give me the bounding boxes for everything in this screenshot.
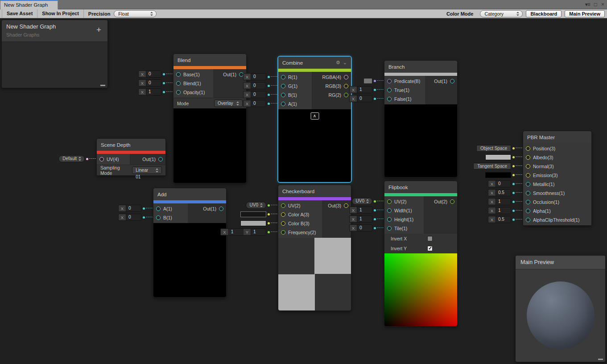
input-port[interactable] <box>526 218 530 222</box>
input-vector1-field[interactable]: X0.5 <box>488 189 511 196</box>
save-asset-button[interactable]: Save Asset <box>2 9 37 18</box>
collapse-preview-button[interactable]: ∧ <box>310 112 319 120</box>
value-field[interactable]: 0 <box>251 100 266 107</box>
port-input-widget[interactable]: X0 <box>243 100 266 107</box>
precision-dropdown[interactable]: Float <box>114 10 157 17</box>
control-dropdown[interactable]: Overlay <box>214 99 243 107</box>
value-field[interactable]: 0 <box>146 71 161 77</box>
input-vector1-field[interactable]: X0 <box>243 82 266 89</box>
blackboard-toggle-button[interactable]: Blackboard <box>526 10 562 17</box>
port-input-widget[interactable] <box>363 77 372 84</box>
maximize-icon[interactable]: □ <box>594 1 597 8</box>
blackboard-panel[interactable]: New Shader Graph Shader Graphs + <box>1 20 108 88</box>
port-input-widget[interactable]: X0.5 <box>488 216 511 223</box>
value-field[interactable]: 1 <box>357 207 372 213</box>
input-vector2-field[interactable]: X1Y1 <box>220 228 266 236</box>
predicate-checkbox[interactable] <box>363 78 372 84</box>
value-field[interactable]: 0 <box>126 205 141 211</box>
value-field[interactable]: 0.5 <box>496 190 511 196</box>
port-input-widget[interactable]: X1 <box>488 198 511 205</box>
color-swatch[interactable] <box>240 211 266 217</box>
port-input-widget[interactable] <box>240 219 266 227</box>
main-preview-resize-handle[interactable] <box>598 359 603 360</box>
value-field[interactable]: 0 <box>357 225 372 231</box>
port-input-widget[interactable] <box>485 153 511 161</box>
port-input-widget[interactable]: X1 <box>138 88 161 95</box>
input-port[interactable] <box>176 90 181 95</box>
input-port[interactable] <box>526 209 530 213</box>
port-input-widget[interactable]: X1 <box>349 215 372 223</box>
value-field[interactable]: 1 <box>251 229 266 235</box>
port-input-widget[interactable]: X0 <box>243 73 266 80</box>
value-field[interactable]: 1 <box>496 207 511 214</box>
space-selector[interactable]: Tangent Space <box>473 163 511 170</box>
input-port[interactable] <box>526 146 530 151</box>
input-vector1-field[interactable]: X0 <box>349 95 372 102</box>
port-input-widget[interactable]: Default <box>58 155 85 162</box>
node-blend[interactable]: BlendBase(1)Blend(1)Opacity(1)Out(1)Mode… <box>173 54 247 183</box>
value-field[interactable]: 0.5 <box>496 216 511 223</box>
input-vector1-field[interactable]: X0 <box>138 79 161 87</box>
input-port[interactable] <box>526 191 530 195</box>
input-port[interactable] <box>387 88 392 92</box>
output-port[interactable] <box>344 93 348 97</box>
port-input-widget[interactable]: X0 <box>118 205 141 212</box>
port-input-widget[interactable]: X0 <box>138 70 161 78</box>
input-vector1-field[interactable]: X0 <box>243 91 266 98</box>
port-input-widget[interactable]: X0 <box>349 95 372 102</box>
port-input-widget[interactable]: X0.5 <box>488 189 511 196</box>
value-field[interactable]: 0 <box>126 214 141 220</box>
control-dropdown[interactable]: Linear 01 <box>132 166 162 174</box>
port-input-widget[interactable]: X1 <box>488 207 511 214</box>
output-port[interactable] <box>450 199 454 204</box>
value-field[interactable]: 0 <box>251 83 266 89</box>
input-port[interactable] <box>387 217 392 222</box>
input-port[interactable] <box>156 215 161 220</box>
value-field[interactable]: 1 <box>357 87 372 93</box>
input-port[interactable] <box>281 212 285 217</box>
value-field[interactable]: 0 <box>146 80 161 86</box>
port-input-widget[interactable]: X0 <box>349 224 372 232</box>
input-port[interactable] <box>387 226 392 231</box>
output-port[interactable] <box>344 203 348 208</box>
show-in-project-button[interactable]: Show In Project <box>37 9 84 18</box>
input-vector1-field[interactable]: X0 <box>243 73 266 80</box>
node-flipbook[interactable]: FlipbookUV(2)Width(1)Height(1)Tile(1)Out… <box>384 181 458 327</box>
port-input-widget[interactable]: Tangent Space <box>473 162 511 170</box>
gear-icon[interactable]: ⚙ <box>336 60 340 66</box>
input-vector1-field[interactable]: X1 <box>138 88 161 95</box>
input-vector1-field[interactable]: X0 <box>488 180 511 187</box>
input-vector1-field[interactable]: X0 <box>138 70 161 78</box>
input-vector1-field[interactable]: X0 <box>243 100 266 107</box>
value-field[interactable]: 1 <box>228 229 244 235</box>
node-combine[interactable]: Combine⚙⌄R(1)G(1)B(1)A(1)RGBA(4)RGB(3)RG… <box>278 56 351 182</box>
port-input-widget[interactable]: X0 <box>118 214 141 221</box>
input-vector1-field[interactable]: X1 <box>488 198 511 205</box>
input-port[interactable] <box>526 155 530 160</box>
bool-checkbox[interactable] <box>427 236 433 241</box>
node-pbr-master[interactable]: PBR MasterPosition(3)Albedo(3)Normal(3)E… <box>523 131 592 226</box>
input-port[interactable] <box>281 221 285 226</box>
port-input-widget[interactable] <box>240 211 266 218</box>
port-input-widget[interactable]: X1Y1 <box>220 228 266 236</box>
input-vector1-field[interactable]: X1 <box>349 86 372 93</box>
output-port[interactable] <box>219 207 223 211</box>
output-port[interactable] <box>158 157 163 161</box>
node-add[interactable]: AddA(1)B(1)Out(1) <box>153 188 227 298</box>
port-input-widget[interactable]: X0 <box>488 180 511 187</box>
input-vector1-field[interactable]: X0 <box>349 224 372 232</box>
node-branch[interactable]: BranchPredicate(B)True(1)False(1)Out(1) <box>384 60 458 178</box>
close-icon[interactable]: × <box>601 1 604 8</box>
channel-dropdown[interactable]: UV0 <box>352 198 372 205</box>
port-input-widget[interactable]: X1 <box>349 86 372 93</box>
port-input-widget[interactable] <box>485 171 511 178</box>
value-field[interactable]: 0 <box>251 74 266 80</box>
output-port[interactable] <box>450 79 454 83</box>
color-swatch[interactable] <box>485 172 511 178</box>
main-preview-panel[interactable]: Main Preview <box>515 255 606 362</box>
input-vector1-field[interactable]: X1 <box>488 207 511 214</box>
bool-checkbox[interactable] <box>427 246 433 251</box>
port-input-widget[interactable]: X0 <box>243 91 266 98</box>
blackboard-resize-handle[interactable] <box>100 85 105 86</box>
input-vector1-field[interactable]: X0 <box>118 214 141 221</box>
